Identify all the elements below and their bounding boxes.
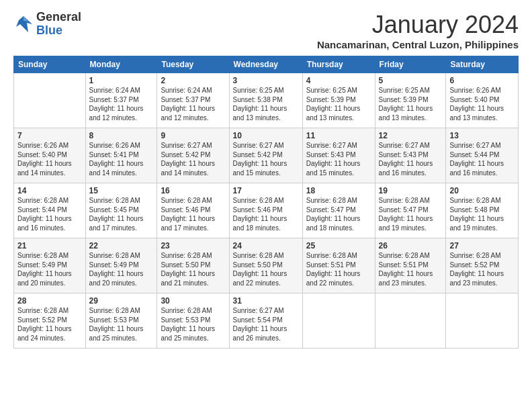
day-number: 7: [17, 131, 82, 140]
calendar-week-row: 7Sunrise: 6:26 AM Sunset: 5:40 PM Daylig…: [14, 128, 519, 183]
day-info: Sunrise: 6:28 AM Sunset: 5:47 PM Dayligh…: [306, 196, 371, 232]
day-number: 2: [161, 76, 225, 85]
day-info: Sunrise: 6:28 AM Sunset: 5:52 PM Dayligh…: [449, 251, 515, 287]
day-number: 8: [89, 131, 154, 140]
col-friday: Friday: [375, 56, 446, 73]
day-number: 9: [161, 131, 225, 140]
day-info: Sunrise: 6:28 AM Sunset: 5:50 PM Dayligh…: [233, 251, 299, 287]
day-number: 15: [89, 186, 154, 195]
table-row: 18Sunrise: 6:28 AM Sunset: 5:47 PM Dayli…: [302, 183, 375, 238]
day-info: Sunrise: 6:28 AM Sunset: 5:51 PM Dayligh…: [379, 251, 443, 287]
table-row: 19Sunrise: 6:28 AM Sunset: 5:47 PM Dayli…: [375, 183, 446, 238]
day-number: 11: [306, 131, 371, 140]
day-info: Sunrise: 6:28 AM Sunset: 5:47 PM Dayligh…: [379, 196, 443, 232]
table-row: 13Sunrise: 6:27 AM Sunset: 5:44 PM Dayli…: [446, 128, 519, 183]
table-row: [302, 293, 375, 349]
table-row: 31Sunrise: 6:27 AM Sunset: 5:54 PM Dayli…: [229, 293, 302, 349]
day-info: Sunrise: 6:28 AM Sunset: 5:44 PM Dayligh…: [17, 196, 82, 232]
table-row: [375, 293, 446, 349]
day-info: Sunrise: 6:27 AM Sunset: 5:42 PM Dayligh…: [233, 141, 299, 177]
table-row: 24Sunrise: 6:28 AM Sunset: 5:50 PM Dayli…: [229, 238, 302, 293]
table-row: 21Sunrise: 6:28 AM Sunset: 5:49 PM Dayli…: [14, 238, 86, 293]
table-row: 27Sunrise: 6:28 AM Sunset: 5:52 PM Dayli…: [446, 238, 519, 293]
day-info: Sunrise: 6:27 AM Sunset: 5:43 PM Dayligh…: [379, 141, 443, 177]
day-info: Sunrise: 6:28 AM Sunset: 5:53 PM Dayligh…: [161, 306, 225, 342]
day-info: Sunrise: 6:28 AM Sunset: 5:48 PM Dayligh…: [449, 196, 515, 232]
table-row: 26Sunrise: 6:28 AM Sunset: 5:51 PM Dayli…: [375, 238, 446, 293]
day-number: 18: [306, 186, 371, 195]
day-number: 17: [233, 186, 299, 195]
calendar-week-row: 1Sunrise: 6:24 AM Sunset: 5:37 PM Daylig…: [14, 73, 519, 128]
day-number: 13: [449, 131, 515, 140]
day-info: Sunrise: 6:27 AM Sunset: 5:54 PM Dayligh…: [233, 306, 299, 342]
day-number: 28: [17, 296, 82, 306]
day-info: Sunrise: 6:24 AM Sunset: 5:37 PM Dayligh…: [89, 86, 154, 122]
day-info: Sunrise: 6:28 AM Sunset: 5:53 PM Dayligh…: [89, 306, 154, 342]
table-row: 6Sunrise: 6:26 AM Sunset: 5:40 PM Daylig…: [446, 73, 519, 128]
table-row: 29Sunrise: 6:28 AM Sunset: 5:53 PM Dayli…: [85, 293, 157, 349]
day-number: 23: [161, 241, 225, 250]
table-row: 20Sunrise: 6:28 AM Sunset: 5:48 PM Dayli…: [446, 183, 519, 238]
day-info: Sunrise: 6:24 AM Sunset: 5:37 PM Dayligh…: [161, 86, 225, 122]
day-number: 25: [306, 241, 371, 250]
table-row: 15Sunrise: 6:28 AM Sunset: 5:45 PM Dayli…: [85, 183, 157, 238]
day-info: Sunrise: 6:26 AM Sunset: 5:40 PM Dayligh…: [449, 86, 515, 122]
day-info: Sunrise: 6:25 AM Sunset: 5:38 PM Dayligh…: [233, 86, 299, 122]
title-block: January 2024 Nancamarinan, Central Luzon…: [317, 11, 519, 50]
logo-blue: Blue: [36, 24, 81, 38]
table-row: 3Sunrise: 6:25 AM Sunset: 5:38 PM Daylig…: [229, 73, 302, 128]
table-row: 11Sunrise: 6:27 AM Sunset: 5:43 PM Dayli…: [302, 128, 375, 183]
table-row: 7Sunrise: 6:26 AM Sunset: 5:40 PM Daylig…: [14, 128, 86, 183]
table-row: 23Sunrise: 6:28 AM Sunset: 5:50 PM Dayli…: [157, 238, 229, 293]
day-info: Sunrise: 6:27 AM Sunset: 5:42 PM Dayligh…: [161, 141, 225, 177]
table-row: 2Sunrise: 6:24 AM Sunset: 5:37 PM Daylig…: [157, 73, 229, 128]
day-number: 19: [379, 186, 443, 195]
day-info: Sunrise: 6:27 AM Sunset: 5:43 PM Dayligh…: [306, 141, 371, 177]
day-info: Sunrise: 6:28 AM Sunset: 5:49 PM Dayligh…: [17, 251, 82, 287]
day-number: 12: [379, 131, 443, 140]
col-tuesday: Tuesday: [157, 56, 229, 73]
day-number: 27: [449, 241, 515, 250]
month-title: January 2024: [317, 11, 519, 39]
day-number: 21: [17, 241, 82, 250]
day-number: 1: [89, 76, 154, 85]
col-monday: Monday: [85, 56, 157, 73]
calendar-week-row: 21Sunrise: 6:28 AM Sunset: 5:49 PM Dayli…: [14, 238, 519, 293]
table-row: 14Sunrise: 6:28 AM Sunset: 5:44 PM Dayli…: [14, 183, 86, 238]
day-number: 29: [89, 296, 154, 306]
day-number: 14: [17, 186, 82, 195]
day-number: 10: [233, 131, 299, 140]
table-row: 5Sunrise: 6:25 AM Sunset: 5:39 PM Daylig…: [375, 73, 446, 128]
table-row: 25Sunrise: 6:28 AM Sunset: 5:51 PM Dayli…: [302, 238, 375, 293]
calendar-table: Sunday Monday Tuesday Wednesday Thursday…: [13, 56, 519, 349]
day-info: Sunrise: 6:26 AM Sunset: 5:41 PM Dayligh…: [89, 141, 154, 177]
day-info: Sunrise: 6:28 AM Sunset: 5:50 PM Dayligh…: [161, 251, 225, 287]
day-number: 31: [233, 296, 299, 306]
day-number: 3: [233, 76, 299, 85]
day-number: 22: [89, 241, 154, 250]
logo-text: General Blue: [36, 11, 81, 38]
table-row: 10Sunrise: 6:27 AM Sunset: 5:42 PM Dayli…: [229, 128, 302, 183]
day-info: Sunrise: 6:28 AM Sunset: 5:51 PM Dayligh…: [306, 251, 371, 287]
day-info: Sunrise: 6:28 AM Sunset: 5:52 PM Dayligh…: [17, 306, 82, 342]
table-row: 8Sunrise: 6:26 AM Sunset: 5:41 PM Daylig…: [85, 128, 157, 183]
table-row: 16Sunrise: 6:28 AM Sunset: 5:46 PM Dayli…: [157, 183, 229, 238]
logo-general: General: [36, 11, 81, 24]
table-row: 9Sunrise: 6:27 AM Sunset: 5:42 PM Daylig…: [157, 128, 229, 183]
day-number: 24: [233, 241, 299, 250]
calendar-week-row: 14Sunrise: 6:28 AM Sunset: 5:44 PM Dayli…: [14, 183, 519, 238]
logo: General Blue: [13, 11, 81, 38]
location: Nancamarinan, Central Luzon, Philippines: [317, 39, 519, 50]
table-row: 30Sunrise: 6:28 AM Sunset: 5:53 PM Dayli…: [157, 293, 229, 349]
day-number: 6: [449, 76, 515, 85]
table-row: 17Sunrise: 6:28 AM Sunset: 5:46 PM Dayli…: [229, 183, 302, 238]
table-row: [14, 73, 86, 128]
calendar-header-row: Sunday Monday Tuesday Wednesday Thursday…: [14, 56, 519, 73]
logo-icon: [13, 15, 34, 34]
day-info: Sunrise: 6:28 AM Sunset: 5:46 PM Dayligh…: [161, 196, 225, 232]
day-number: 26: [379, 241, 443, 250]
col-thursday: Thursday: [302, 56, 375, 73]
day-info: Sunrise: 6:28 AM Sunset: 5:45 PM Dayligh…: [89, 196, 154, 232]
day-number: 5: [379, 76, 443, 85]
day-info: Sunrise: 6:25 AM Sunset: 5:39 PM Dayligh…: [306, 86, 371, 122]
